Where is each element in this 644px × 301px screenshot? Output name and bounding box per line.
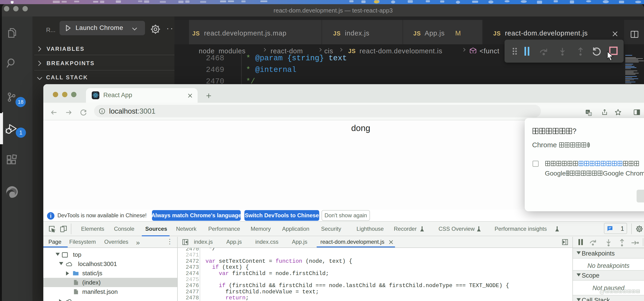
svg-text:文: 文 bbox=[589, 113, 591, 116]
